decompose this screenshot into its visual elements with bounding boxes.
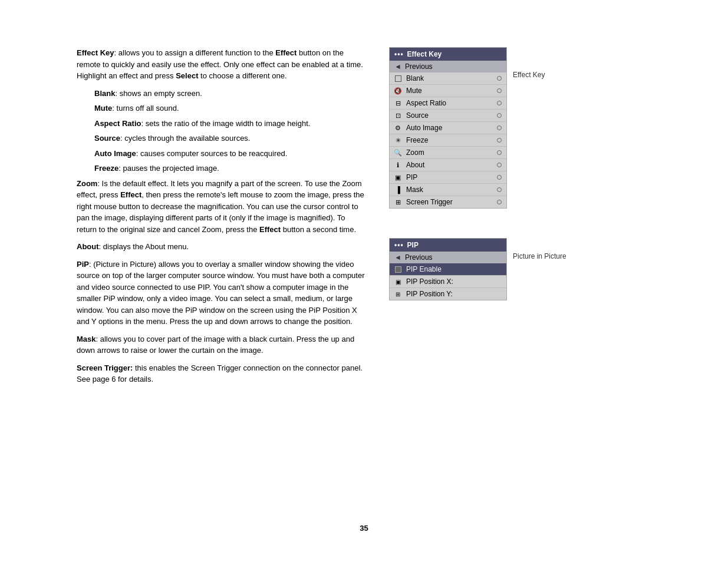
mute-radio (497, 88, 502, 93)
main-content: Effect Key: allows you to assign a diffe… (77, 47, 669, 391)
pip-menu-dots: ••• (394, 241, 404, 249)
pip-previous-label: Previous (405, 253, 433, 262)
effect-key-menu-group: ••• Effect Key ◄ Previous Blank (389, 47, 578, 209)
blank-item-label: Blank (406, 74, 493, 82)
mask-radio (497, 187, 502, 192)
auto-image-item-label: Auto Image (406, 124, 493, 132)
aspect-ratio-item: Aspect Ratio: sets the ratio of the imag… (94, 118, 365, 130)
source-label: Source (94, 134, 120, 143)
menu-item-screen-trigger[interactable]: ⊞ Screen Trigger (390, 196, 506, 208)
menu-item-auto-image[interactable]: ⚙ Auto Image (390, 122, 506, 134)
menu-item-aspect-ratio[interactable]: ⊟ Aspect Ratio (390, 97, 506, 110)
aspect-ratio-desc: : sets the ratio of the image width to i… (141, 119, 310, 128)
about-label: About (77, 242, 99, 251)
pip-pos-y-icon: ⊞ (393, 289, 403, 299)
text-column: Effect Key: allows you to assign a diffe… (77, 47, 365, 391)
menu-dots: ••• (394, 50, 404, 58)
blank-desc: : shows an empty screen. (115, 89, 202, 98)
pip-left-arrow-icon: ◄ (394, 253, 401, 262)
menu-item-blank[interactable]: Blank (390, 72, 506, 85)
screen-trigger-paragraph: Screen Trigger: this enables the Screen … (77, 362, 365, 385)
auto-image-item: Auto Image: causes computer sources to b… (94, 148, 365, 160)
pip-enable-label: PIP Enable (406, 265, 502, 273)
pip-icon: ▣ (393, 173, 403, 182)
effect-key-paragraph: Effect Key: allows you to assign a diffe… (77, 47, 365, 82)
pip-menu-item-previous[interactable]: ◄ Previous (390, 252, 506, 263)
menu-item-previous[interactable]: ◄ Previous (390, 61, 506, 72)
mask-desc: : allows you to cover part of the image … (77, 335, 354, 355)
auto-image-icon: ⚙ (393, 123, 403, 133)
source-icon: ⊡ (393, 111, 403, 120)
menu-item-source[interactable]: ⊡ Source (390, 110, 506, 122)
pip-menu-header: ••• PIP (390, 239, 506, 252)
menu-item-pip[interactable]: ▣ PIP (390, 171, 506, 184)
aspect-ratio-radio (497, 101, 502, 105)
pip-desc: : (Picture in Picture) allows you to ove… (77, 260, 365, 326)
freeze-label: Freeze (94, 164, 118, 173)
source-desc: : cycles through the available sources. (120, 134, 250, 143)
pip-menu: ••• PIP ◄ Previous PIP Enable (389, 238, 507, 300)
mute-item: Mute: turns off all sound. (94, 103, 365, 114)
pip-enable-item[interactable]: PIP Enable (390, 263, 506, 276)
previous-label: Previous (405, 62, 433, 71)
source-item: Source: cycles through the available sou… (94, 133, 365, 144)
pip-menu-wrapper: ••• PIP ◄ Previous PIP Enable (389, 238, 507, 300)
mute-label: Mute (94, 104, 112, 113)
menu-item-mask[interactable]: ▐ Mask (390, 184, 506, 196)
menu-item-about[interactable]: ℹ About (390, 159, 506, 171)
page-number: 35 (360, 524, 368, 533)
effect-key-bold: Effect Key (77, 48, 114, 57)
mute-icon: 🔇 (393, 86, 403, 95)
effect-key-menu-title: Effect Key (407, 50, 442, 58)
mute-desc: : turns off all sound. (112, 104, 179, 113)
effect-key-side-label: Effect Key (513, 47, 545, 79)
left-arrow-icon: ◄ (394, 62, 401, 71)
zoom-paragraph: Zoom: Is the default effect. It lets you… (77, 178, 365, 236)
pip-position-x-label: PIP Position X: (406, 277, 502, 286)
pip-enable-icon (393, 265, 403, 274)
right-column: ••• Effect Key ◄ Previous Blank (389, 47, 578, 391)
screen-trigger-label: Screen Trigger: (77, 363, 133, 372)
zoom-radio (497, 150, 502, 155)
select-bold: Select (176, 71, 198, 80)
freeze-item: Freeze: pauses the projected image. (94, 163, 365, 174)
about-radio (497, 163, 502, 167)
menu-item-freeze[interactable]: ✳ Freeze (390, 134, 506, 147)
effect-bold-inline: Effect (275, 48, 297, 57)
about-desc: : displays the About menu. (99, 242, 189, 251)
screen-trigger-icon: ⊞ (393, 197, 403, 207)
effect-key-menu-wrapper: ••• Effect Key ◄ Previous Blank (389, 47, 507, 209)
mask-label: Mask (77, 335, 96, 343)
blank-radio (497, 76, 502, 81)
pip-pos-x-icon: ▣ (393, 277, 403, 286)
pip-item-label: PIP (406, 173, 493, 181)
auto-image-label: Auto Image (94, 149, 136, 158)
blank-item: Blank: shows an empty screen. (94, 88, 365, 100)
pip-position-x-item[interactable]: ▣ PIP Position X: (390, 276, 506, 288)
about-item-label: About (406, 161, 493, 169)
freeze-icon: ✳ (393, 135, 403, 145)
aspect-ratio-icon: ⊟ (393, 98, 403, 108)
effect-key-menu: ••• Effect Key ◄ Previous Blank (389, 47, 507, 209)
pip-position-y-label: PIP Position Y: (406, 290, 502, 298)
freeze-desc: : pauses the projected image. (118, 164, 219, 173)
zoom-item-label: Zoom (406, 148, 493, 157)
pip-paragraph: PiP: (Picture in Picture) allows you to … (77, 259, 365, 328)
about-icon: ℹ (393, 160, 403, 170)
menu-item-zoom[interactable]: 🔍 Zoom (390, 147, 506, 159)
page: Effect Key: allows you to assign a diffe… (0, 0, 728, 562)
zoom-effect-bold: Effect (120, 190, 141, 199)
menu-item-mute[interactable]: 🔇 Mute (390, 85, 506, 97)
about-paragraph: About: displays the About menu. (77, 241, 365, 253)
screen-trigger-radio (497, 200, 502, 204)
blank-label: Blank (94, 89, 115, 98)
aspect-ratio-label: Aspect Ratio (94, 119, 141, 128)
mask-paragraph: Mask: allows you to cover part of the im… (77, 333, 365, 356)
mute-item-label: Mute (406, 87, 493, 95)
aspect-ratio-item-label: Aspect Ratio (406, 99, 493, 107)
zoom-icon: 🔍 (393, 148, 403, 157)
pip-position-y-item[interactable]: ⊞ PIP Position Y: (390, 288, 506, 300)
zoom-effect-bold2: Effect (259, 225, 281, 234)
auto-image-radio (497, 125, 502, 130)
source-item-label: Source (406, 111, 493, 120)
